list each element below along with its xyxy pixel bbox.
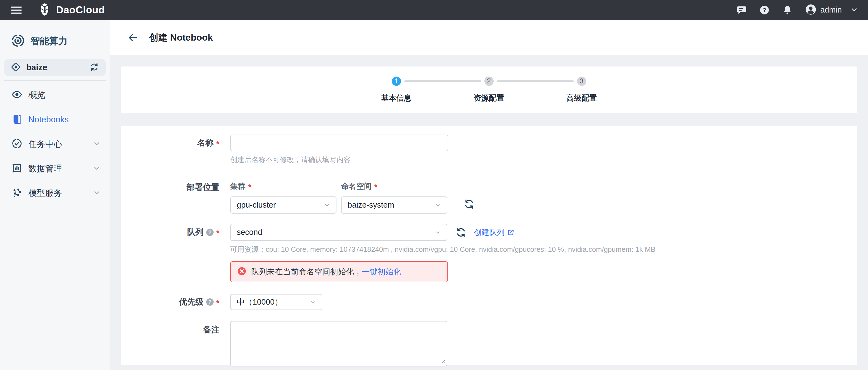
sidebar-item-task-center[interactable]: 任务中心	[0, 132, 110, 156]
priority-select[interactable]: 中（10000）	[230, 294, 322, 310]
chat-icon[interactable]	[736, 5, 747, 15]
brand: DaoCloud	[38, 2, 105, 18]
logo-cube-icon	[38, 2, 52, 18]
step-2-label: 资源配置	[443, 93, 535, 103]
chevron-down-icon	[310, 299, 316, 305]
name-hint: 创建后名称不可修改，请确认填写内容	[230, 155, 857, 164]
queue-select[interactable]: second	[230, 224, 447, 241]
smart-compute-icon	[11, 33, 25, 49]
notes-textarea[interactable]	[230, 321, 447, 366]
name-label: 名称	[197, 137, 214, 149]
stepper-card: 1 2 3 基本信息 资源配置 高级配置	[121, 66, 857, 113]
svg-text:?: ?	[763, 7, 766, 13]
cluster-label: 集群	[230, 181, 245, 191]
error-icon	[237, 267, 246, 277]
chevron-down-icon	[93, 189, 101, 198]
refresh-icon[interactable]	[464, 198, 474, 210]
queue-alert: 队列未在当前命名空间初始化， 一键初始化	[230, 261, 448, 282]
required-asterisk: *	[216, 138, 219, 148]
step-connector	[497, 81, 574, 82]
page-header: 创建 Notebook	[110, 20, 868, 55]
book-icon	[11, 114, 22, 126]
required-asterisk: *	[216, 227, 219, 238]
name-input[interactable]	[230, 134, 448, 151]
queue-row: 队列 ? * second	[121, 224, 857, 241]
step-1-label: 基本信息	[350, 93, 443, 103]
sidebar-item-label: 模型服务	[28, 187, 62, 199]
chevron-down-icon	[93, 140, 101, 149]
avatar-icon	[805, 4, 816, 17]
priority-label: 优先级	[179, 297, 204, 308]
required-asterisk: *	[248, 181, 251, 191]
namespace-group: 命名空间 * baize-system	[341, 181, 447, 214]
sidebar-item-label: Notebooks	[28, 115, 69, 125]
task-check-icon	[11, 138, 22, 150]
username: admin	[820, 5, 842, 14]
cluster-select[interactable]: gpu-cluster	[230, 196, 337, 214]
sidebar-item-overview[interactable]: 概览	[0, 83, 110, 107]
available-resources: 可用资源：cpu: 10 Core, memory: 10737418240m …	[230, 245, 857, 254]
required-asterisk: *	[374, 181, 377, 191]
required-asterisk: *	[216, 297, 219, 307]
brand-name: DaoCloud	[56, 4, 105, 16]
bell-icon[interactable]	[782, 5, 793, 15]
sidebar-item-label: 任务中心	[28, 138, 62, 150]
deploy-label: 部署位置	[187, 182, 219, 193]
data-box-icon	[11, 163, 22, 175]
diamond-icon	[11, 62, 21, 73]
chevron-down-icon	[324, 202, 330, 208]
basic-info-form: 名称 * 创建后名称不可修改，请确认填写内容 部署位置 集群	[121, 126, 857, 365]
queue-label: 队列	[187, 227, 204, 238]
chevron-down-icon	[435, 202, 441, 208]
eye-icon	[11, 89, 22, 101]
init-queue-link[interactable]: 一键初始化	[362, 267, 401, 277]
sidebar-item-notebooks[interactable]: Notebooks	[0, 107, 110, 132]
notes-row: 备注	[121, 321, 857, 366]
notes-label: 备注	[203, 324, 219, 335]
refresh-icon[interactable]	[456, 227, 466, 238]
create-queue-link[interactable]: 创建队列	[474, 227, 515, 238]
step-connector	[404, 81, 481, 82]
hamburger-icon[interactable]	[11, 6, 22, 13]
cluster-group: 集群 * gpu-cluster	[230, 181, 337, 214]
help-icon[interactable]: ?	[759, 5, 770, 15]
help-icon[interactable]: ?	[206, 298, 214, 306]
priority-row: 优先级 ? * 中（10000）	[121, 294, 857, 310]
external-link-icon	[507, 229, 515, 236]
sidebar-item-label: 概览	[28, 89, 45, 101]
sidebar-item-data-management[interactable]: 数据管理	[0, 156, 110, 181]
user-menu[interactable]: admin	[805, 4, 858, 17]
model-nodes-icon	[11, 187, 22, 199]
workspace-label: baize	[26, 63, 48, 72]
back-arrow-icon[interactable]	[127, 32, 139, 43]
namespace-select[interactable]: baize-system	[341, 196, 447, 214]
workspace-selector[interactable]: baize	[4, 59, 106, 76]
section-label: 智能算力	[31, 35, 68, 48]
sidebar: 智能算力 baize 概览	[0, 20, 110, 370]
page-title: 创建 Notebook	[149, 31, 213, 44]
stepper: 1 2 3 基本信息 资源配置 高级配置	[350, 76, 628, 103]
topbar: DaoCloud ? admin	[0, 0, 868, 20]
step-3-label: 高级配置	[535, 93, 628, 103]
namespace-label: 命名空间	[341, 181, 372, 191]
sidebar-item-label: 数据管理	[28, 163, 62, 174]
alert-text: 队列未在当前命名空间初始化，	[251, 267, 362, 277]
chevron-down-icon	[850, 6, 858, 14]
sidebar-section-header: 智能算力	[11, 33, 110, 49]
sidebar-item-model-services[interactable]: 模型服务	[0, 181, 110, 206]
chevron-down-icon	[435, 229, 441, 236]
deploy-row: 部署位置 集群 * gpu-cluster	[121, 181, 857, 214]
help-icon[interactable]: ?	[206, 228, 214, 236]
name-row: 名称 *	[121, 134, 857, 151]
sidebar-menu: 概览 Notebooks 任务中心	[0, 83, 110, 206]
swap-icon[interactable]	[89, 62, 99, 73]
chevron-down-icon	[93, 164, 101, 173]
